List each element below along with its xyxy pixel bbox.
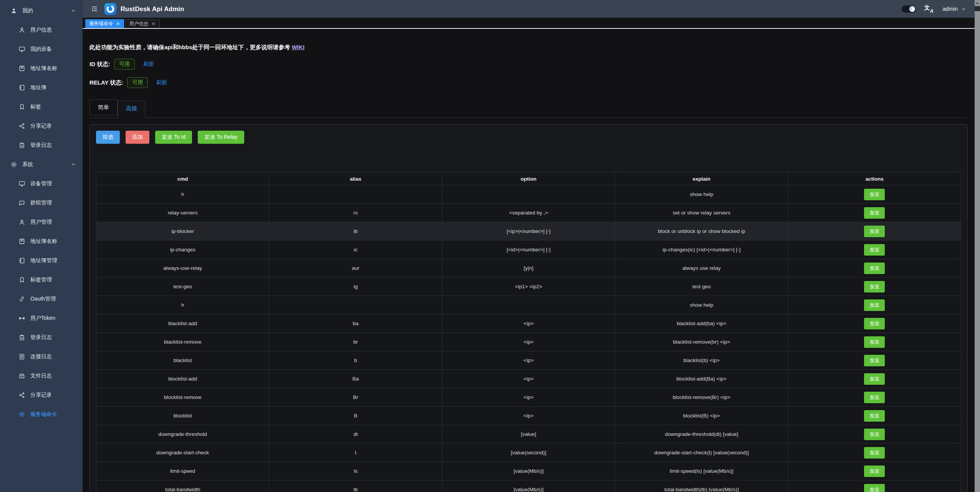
cell-actions: 发送 [788, 333, 961, 351]
send-button[interactable]: 发送 [864, 336, 885, 348]
send-to-relay-button[interactable]: 发送 To Relay [198, 131, 244, 144]
send-button[interactable]: 发送 [864, 355, 885, 366]
cell-actions: 发送 [788, 278, 961, 296]
send-button[interactable]: 发送 [864, 226, 885, 237]
dark-mode-toggle[interactable]: ☾ [902, 5, 916, 13]
close-icon[interactable]: ✕ [116, 22, 120, 26]
sidebar-item-oauth-mgmt[interactable]: Oauth管理 [0, 289, 83, 309]
sidebar-item-address-book-mgmt[interactable]: 地址簿管理 [0, 251, 83, 270]
cell-explain: blacklist-remove(br) <ip> [615, 333, 788, 351]
send-button[interactable]: 发送 [864, 263, 885, 274]
sidebar-item-user-info[interactable]: 用户信息 [0, 20, 83, 40]
sidebar-item-label: 标签 [30, 103, 41, 110]
cell-alias [269, 296, 442, 314]
cell-option: [<ip>|<number>] [-] [442, 222, 615, 241]
sidebar-item-my-devices[interactable]: 我的设备 [0, 40, 83, 59]
sidebar-item-connection-logs[interactable]: 连接日志 [0, 347, 83, 366]
sidebar-item-share-records-admin[interactable]: 分享记录 [0, 386, 83, 405]
sidebar-item-login-logs[interactable]: 登录日志 [0, 136, 83, 155]
sidebar-section-system[interactable]: 系统 [0, 155, 83, 174]
add-button[interactable]: 添加 [126, 131, 149, 144]
cell-option: <ip> [442, 333, 615, 351]
sidebar-item-label: Oauth管理 [30, 296, 56, 303]
cell-alias: Ba [269, 370, 442, 388]
cell-actions: 发送 [788, 407, 961, 425]
filter-button[interactable]: 筛选 [96, 131, 120, 144]
view-tab-advanced[interactable]: 高级 [118, 101, 146, 118]
cell-option [442, 185, 615, 204]
send-button[interactable]: 发送 [864, 244, 885, 256]
vertical-scrollbar[interactable]: ▲ [975, 0, 980, 492]
sidebar-item-label: 服务端命令 [30, 411, 57, 418]
collapse-menu-icon[interactable] [91, 5, 98, 13]
token-icon [18, 315, 25, 322]
table-row: downgrade-start-check t [value(second)] … [96, 444, 961, 462]
language-switch-icon[interactable]: 文A [924, 5, 934, 13]
wiki-link[interactable]: WIKI [292, 44, 305, 50]
column-header-alias: alias [269, 173, 442, 185]
cell-actions: 发送 [788, 222, 961, 241]
table-row: ip-changes ic [<id>|<number>] [-] ip-cha… [96, 241, 961, 259]
sidebar-item-user-token[interactable]: 用户Token [0, 309, 83, 328]
sidebar-item-label: 地址簿管理 [30, 257, 57, 264]
cell-explain: ip-changes(ic) [<id>|<number>] [-] [615, 241, 788, 259]
sidebar-item-label: 登录日志 [30, 142, 52, 149]
sidebar-item-share-records[interactable]: 分享记录 [0, 116, 83, 136]
share-icon [18, 392, 25, 399]
send-button[interactable]: 发送 [864, 373, 885, 385]
cell-alias [269, 185, 442, 204]
sidebar-item-label: 连接日志 [30, 353, 52, 360]
cell-explain: block or unblock ip or show blocked ip [615, 222, 788, 241]
table-row: h show help 发送 [96, 296, 961, 314]
cell-actions: 发送 [788, 388, 961, 407]
send-to-id-button[interactable]: 发送 To Id [155, 131, 192, 144]
sidebar-item-file-logs[interactable]: 文件日志 [0, 366, 83, 386]
window-tab-server-commands[interactable]: 服务端命令 ✕ [85, 19, 124, 28]
sidebar-item-group-mgmt[interactable]: 群组管理 [0, 193, 83, 213]
sidebar-item-login-logs-admin[interactable]: 登录日志 [0, 328, 83, 347]
user-icon [18, 27, 25, 33]
sidebar-item-address-book[interactable]: 地址簿 [0, 78, 83, 97]
table-row: ip-blocker ib [<ip>|<number>] [-] block … [96, 222, 961, 241]
cell-cmd: ip-changes [96, 241, 269, 259]
scroll-up-arrow-icon[interactable]: ▲ [975, 0, 980, 6]
table-row: blacklist b <ip> blacklist(b) <ip> 发送 [96, 351, 961, 370]
window-tab-user-info[interactable]: 用户信息 ✕ [125, 19, 160, 28]
scrollbar-thumb[interactable] [975, 11, 980, 492]
sidebar-item-address-book-names-admin[interactable]: 地址簿名称 [0, 232, 83, 251]
id-refresh-link[interactable]: 刷新 [143, 61, 154, 68]
sidebar-item-tags[interactable]: 标签 [0, 97, 83, 116]
send-button[interactable]: 发送 [864, 281, 885, 293]
send-button[interactable]: 发送 [864, 465, 885, 477]
send-button[interactable]: 发送 [864, 318, 885, 329]
sidebar-item-device-mgmt[interactable]: 设备管理 [0, 174, 83, 193]
cell-alias: ic [269, 241, 442, 259]
cell-alias: Br [269, 388, 442, 407]
send-button[interactable]: 发送 [864, 429, 885, 440]
sidebar-section-my[interactable]: 我的 [0, 1, 83, 20]
send-button[interactable]: 发送 [864, 410, 885, 422]
send-button[interactable]: 发送 [864, 299, 885, 311]
cell-actions: 发送 [788, 185, 961, 204]
send-button[interactable]: 发送 [864, 207, 885, 219]
sidebar-item-address-book-names[interactable]: 地址簿名称 [0, 59, 83, 78]
view-tab-simple[interactable]: 简单 [89, 100, 118, 115]
close-icon[interactable]: ✕ [152, 22, 156, 26]
cell-explain: test geo [615, 278, 788, 296]
send-button[interactable]: 发送 [864, 392, 885, 403]
cell-alias: t [269, 444, 442, 462]
sidebar-item-user-mgmt[interactable]: 用户管理 [0, 213, 83, 232]
send-button[interactable]: 发送 [864, 484, 885, 492]
column-header-explain: explain [615, 173, 788, 185]
user-filled-icon [10, 7, 17, 14]
sidebar-item-tag-mgmt[interactable]: 标签管理 [0, 270, 83, 289]
user-menu[interactable]: admin [943, 6, 967, 12]
relay-refresh-link[interactable]: 刷新 [156, 79, 167, 86]
cell-actions: 发送 [788, 444, 961, 462]
cell-actions: 发送 [788, 314, 961, 333]
cell-cmd: relay-servers [96, 204, 269, 222]
cell-explain: blocklist-remove(Br) <ip> [615, 388, 788, 407]
send-button[interactable]: 发送 [864, 189, 885, 200]
send-button[interactable]: 发送 [864, 447, 885, 459]
sidebar-item-server-commands[interactable]: 服务端命令 [0, 405, 83, 424]
